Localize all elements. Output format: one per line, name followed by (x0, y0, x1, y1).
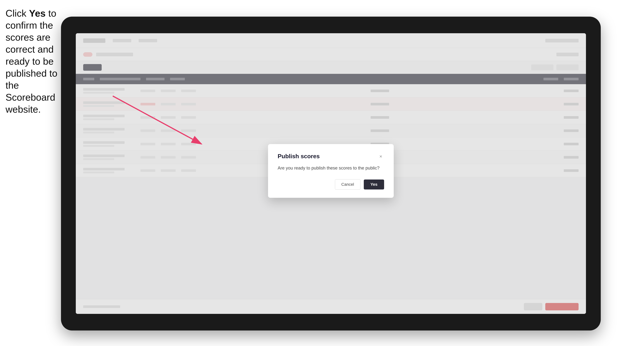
modal-dialog: Publish scores × Are you ready to publis… (268, 144, 394, 198)
modal-header: Publish scores × (278, 153, 384, 160)
close-icon: × (379, 154, 382, 159)
instruction-part2: to confirm the scores are correct and re… (6, 8, 57, 115)
yes-button[interactable]: Yes (364, 179, 384, 189)
instruction-part1: Click (6, 8, 29, 19)
tablet-screen: Publish scores × Are you ready to publis… (76, 33, 586, 314)
instruction-bold: Yes (29, 8, 46, 19)
modal-close-button[interactable]: × (378, 153, 384, 160)
modal-title: Publish scores (278, 153, 320, 160)
instruction-text: Click Yes to confirm the scores are corr… (6, 7, 59, 115)
modal-footer: Cancel Yes (278, 179, 384, 190)
tablet-device: Publish scores × Are you ready to publis… (61, 17, 601, 331)
cancel-button[interactable]: Cancel (335, 179, 360, 190)
modal-body-text: Are you ready to publish these scores to… (278, 165, 384, 171)
